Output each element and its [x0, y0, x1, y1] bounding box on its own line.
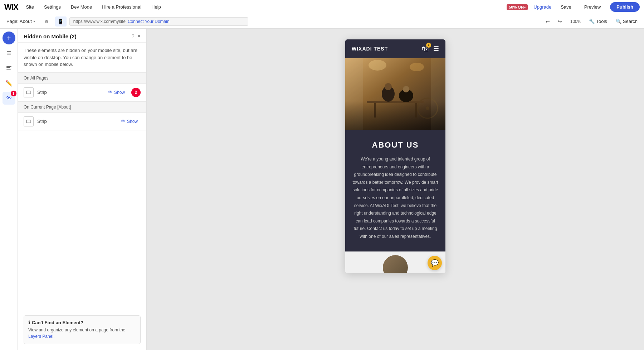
layers-button[interactable]: ☰	[3, 47, 15, 59]
nav-hire[interactable]: Hire a Professional	[100, 3, 143, 11]
svg-rect-10	[415, 103, 417, 118]
desktop-view-button[interactable]: 🖥	[41, 16, 52, 27]
svg-rect-2	[6, 69, 11, 69]
mobile-view-button[interactable]: 📱	[55, 16, 67, 27]
hidden-elements-button[interactable]: 👁 1	[3, 92, 15, 105]
hidden-elements-panel: Hidden on Mobile (2) ? × These elements …	[18, 29, 147, 350]
svg-rect-1	[6, 67, 10, 68]
svg-point-12	[385, 83, 392, 90]
connect-domain-link[interactable]: Connect Your Domain	[128, 19, 170, 24]
search-label: Search	[623, 19, 638, 24]
svg-point-7	[410, 63, 424, 71]
save-button[interactable]: Save	[557, 3, 575, 11]
hamburger-icon[interactable]: ☰	[433, 45, 439, 53]
element-name-strip2: Strip	[37, 119, 114, 124]
add-button[interactable]: +	[3, 32, 15, 44]
undo-redo-group: ↩ ↪	[542, 16, 565, 27]
svg-point-15	[418, 98, 438, 118]
section-on-current-page: On Current Page [About]	[18, 101, 146, 113]
second-nav: Page: About ▾ 🖥 📱 https://www.wix.com/my…	[0, 14, 644, 29]
mobile-header-icons: 🛍 0 ☰	[422, 45, 439, 53]
page-selector[interactable]: Page: About ▾	[4, 17, 38, 25]
panel-header-actions: ? ×	[132, 33, 141, 39]
nav-devmode[interactable]: Dev Mode	[69, 3, 94, 11]
section-on-all-pages: On All Pages	[18, 72, 146, 84]
show-button-strip2[interactable]: 👁 Show	[118, 117, 141, 125]
show-label-strip2: Show	[127, 119, 138, 124]
zoom-label: 100%	[568, 19, 584, 24]
mobile-footer: 💬	[345, 251, 445, 273]
panel-title: Hidden on Mobile (2)	[24, 33, 77, 39]
svg-rect-8	[367, 101, 424, 103]
url-text: https://www.wix.com/mysite	[73, 19, 126, 24]
top-nav: WIX Site Settings Dev Mode Hire a Profes…	[0, 0, 644, 14]
layers-panel-link[interactable]: Layers Panel.	[28, 334, 54, 339]
url-bar: https://www.wix.com/mysite Connect Your …	[69, 17, 248, 26]
eye-icon-strip1: 👁	[108, 90, 113, 95]
about-us-text: We're a young and talented group of entr…	[352, 155, 438, 241]
nav-site[interactable]: Site	[24, 3, 36, 11]
nav-help[interactable]: Help	[149, 3, 163, 11]
svg-point-6	[369, 60, 386, 71]
about-us-title: ABOUT US	[352, 140, 438, 150]
element-icon-strip2	[24, 116, 34, 126]
nav-settings[interactable]: Settings	[42, 3, 63, 11]
panel-header: Hidden on Mobile (2) ? ×	[18, 29, 146, 43]
cant-find-title: ℹ Can't Find an Element?	[28, 320, 136, 325]
tools-icon: 🔧	[589, 19, 595, 24]
redo-button[interactable]: ↪	[555, 16, 565, 27]
hero-photo	[345, 58, 445, 130]
svg-rect-17	[345, 58, 363, 130]
left-sidebar: + ☰ ✏️ 👁 1	[0, 29, 18, 350]
show-button-strip1[interactable]: 👁 Show	[105, 88, 128, 96]
svg-point-14	[403, 86, 409, 92]
mobile-logo: WIXADI TEST	[352, 46, 388, 52]
mobile-about-section: ABOUT US We're a young and talented grou…	[345, 130, 445, 251]
mobile-hero-image	[345, 58, 445, 130]
search-button[interactable]: 🔍 Search	[613, 17, 640, 25]
chat-fab-button[interactable]: 💬	[428, 256, 442, 270]
cart-icon-wrapper[interactable]: 🛍 0	[422, 45, 429, 53]
panel-close-button[interactable]: ×	[137, 33, 141, 39]
tools-label: Tools	[596, 19, 607, 24]
mobile-header: WIXADI TEST 🛍 0 ☰	[345, 39, 445, 58]
svg-rect-4	[26, 120, 31, 123]
cant-find-box: ℹ Can't Find an Element? View and organi…	[24, 315, 141, 344]
svg-rect-9	[374, 103, 376, 118]
figure-silhouette	[383, 255, 408, 273]
preview-button[interactable]: Preview	[581, 3, 604, 11]
badge-number-2: 2	[131, 88, 141, 97]
panel-help-button[interactable]: ?	[132, 33, 135, 39]
show-label-strip1: Show	[114, 90, 125, 95]
badge-count: 1	[11, 91, 16, 96]
info-icon: ℹ	[28, 320, 30, 325]
upgrade-link[interactable]: Upgrade	[533, 4, 551, 10]
badge-50off: 50% OFF	[507, 4, 528, 10]
panel-description: These elements are hidden on your mobile…	[18, 43, 146, 72]
strip-row-1: Strip 👁 Show 2	[18, 84, 146, 101]
wix-logo[interactable]: WIX	[4, 3, 18, 12]
page-label: Page: About	[6, 19, 32, 24]
blog-button[interactable]	[3, 62, 15, 75]
canvas-area: WIXADI TEST 🛍 0 ☰	[147, 29, 644, 350]
undo-button[interactable]: ↩	[542, 16, 553, 27]
cart-badge: 0	[426, 43, 431, 48]
chevron-down-icon: ▾	[33, 19, 35, 23]
edit-button[interactable]: ✏️	[3, 77, 15, 90]
cant-find-desc: View and organize any element on a page …	[28, 327, 136, 340]
tools-button[interactable]: 🔧 Tools	[586, 17, 610, 25]
element-name-strip1: Strip	[37, 90, 102, 95]
svg-point-16	[426, 106, 429, 110]
svg-rect-18	[431, 58, 445, 130]
search-icon: 🔍	[616, 19, 621, 24]
strip-row-2: Strip 👁 Show	[18, 113, 146, 130]
eye-icon-strip2: 👁	[121, 119, 126, 124]
main-area: + ☰ ✏️ 👁 1 Hidden on Mobile (2) ? × Thes…	[0, 29, 644, 350]
publish-button[interactable]: Publish	[610, 2, 640, 12]
element-icon-strip1	[24, 87, 34, 97]
mobile-preview: WIXADI TEST 🛍 0 ☰	[345, 39, 445, 273]
svg-rect-0	[6, 66, 11, 67]
svg-rect-3	[26, 91, 31, 94]
